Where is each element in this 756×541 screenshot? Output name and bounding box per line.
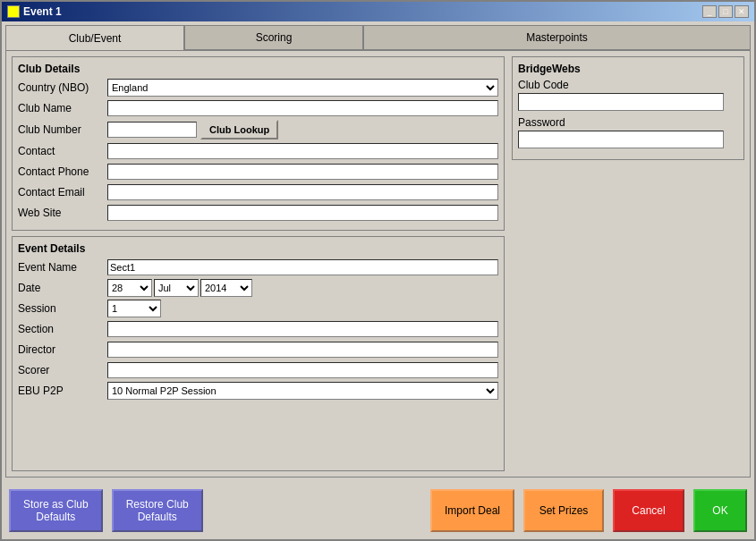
club-details-header: Club Details [18, 63, 498, 75]
country-row: Country (NBO) England [18, 79, 498, 97]
contact-input[interactable] [107, 143, 498, 159]
director-input[interactable] [107, 342, 498, 358]
country-label: Country (NBO) [18, 81, 107, 94]
contact-phone-row: Contact Phone [18, 163, 498, 181]
director-label: Director [18, 343, 107, 356]
contact-row: Contact [18, 142, 498, 160]
section-label: Section [18, 323, 107, 335]
event-name-row: Event Name [18, 258, 498, 276]
date-month-select[interactable]: Jul [154, 279, 199, 297]
contact-email-label: Contact Email [18, 186, 107, 199]
bottom-bar: Store as ClubDefaults Restore ClubDefaul… [2, 481, 754, 539]
date-day-select[interactable]: 28 [107, 279, 152, 297]
section-row: Section [18, 320, 498, 338]
tab-scoring[interactable]: Scoring [184, 25, 363, 50]
maximize-button[interactable]: □ [718, 5, 733, 18]
ebu-p2p-label: EBU P2P [18, 385, 107, 397]
session-label: Session [18, 302, 107, 315]
contact-phone-input[interactable] [107, 164, 498, 180]
club-number-row: Club Number Club Lookup [18, 120, 498, 139]
event-name-input[interactable] [107, 259, 498, 275]
close-button[interactable]: ✕ [735, 5, 749, 18]
store-defaults-button[interactable]: Store as ClubDefaults [9, 489, 103, 532]
minimize-button[interactable]: _ [702, 5, 717, 18]
contact-email-row: Contact Email [18, 183, 498, 201]
title-bar-left: Event 1 [7, 5, 62, 18]
restore-defaults-button[interactable]: Restore ClubDefaults [112, 489, 203, 532]
club-lookup-button[interactable]: Club Lookup [200, 120, 278, 139]
bridgewebs-box: BridgeWebs Club Code Password [512, 56, 744, 160]
scorer-label: Scorer [18, 364, 107, 376]
web-site-row: Web Site [18, 204, 498, 222]
contact-phone-label: Contact Phone [18, 165, 107, 178]
password-input[interactable] [518, 131, 724, 148]
ok-button[interactable]: OK [693, 489, 747, 532]
cancel-button[interactable]: Cancel [613, 489, 684, 532]
web-site-input[interactable] [107, 205, 498, 221]
club-code-label: Club Code [518, 79, 738, 91]
tab-masterpoints[interactable]: Masterpoints [363, 25, 751, 50]
date-selects: 28 Jul 2014 [107, 279, 252, 297]
window-title: Event 1 [23, 5, 62, 18]
club-name-input[interactable] [107, 100, 498, 116]
contact-label: Contact [18, 145, 107, 157]
ebu-p2p-select[interactable]: 10 Normal P2P Session [107, 382, 498, 400]
date-row: Date 28 Jul 2014 [18, 279, 498, 297]
event-details-box: Event Details Event Name Date 28 Jul [12, 236, 505, 471]
club-details-box: Club Details Country (NBO) England Club … [12, 56, 505, 231]
tab-club-event[interactable]: Club/Event [5, 25, 184, 50]
web-site-label: Web Site [18, 207, 107, 219]
title-bar-buttons: _ □ ✕ [702, 5, 749, 18]
date-year-select[interactable]: 2014 [200, 279, 252, 297]
main-panel: Club Details Country (NBO) England Club … [5, 50, 751, 478]
club-number-input[interactable] [107, 122, 197, 138]
club-number-label: Club Number [18, 123, 107, 136]
scorer-input[interactable] [107, 362, 498, 378]
director-row: Director [18, 341, 498, 359]
event-name-label: Event Name [18, 261, 107, 274]
ebu-p2p-row: EBU P2P 10 Normal P2P Session [18, 382, 498, 400]
window-icon [7, 5, 20, 18]
club-code-input[interactable] [518, 93, 724, 111]
bridgewebs-header: BridgeWebs [518, 63, 738, 75]
date-label: Date [18, 282, 107, 294]
session-row: Session 1 [18, 300, 498, 317]
session-select[interactable]: 1 [107, 300, 161, 317]
section-input[interactable] [107, 321, 498, 337]
import-deal-button[interactable]: Import Deal [430, 489, 514, 532]
country-select[interactable]: England [107, 79, 498, 97]
main-window: Event 1 _ □ ✕ Club/Event Scoring Masterp… [0, 0, 756, 541]
scorer-row: Scorer [18, 361, 498, 379]
tabs-row: Club/Event Scoring Masterpoints [5, 25, 751, 50]
event-details-header: Event Details [18, 242, 498, 255]
club-name-label: Club Name [18, 102, 107, 114]
set-prizes-button[interactable]: Set Prizes [523, 489, 604, 532]
right-panel: BridgeWebs Club Code Password [512, 56, 744, 471]
password-label: Password [518, 116, 738, 129]
club-name-row: Club Name [18, 99, 498, 117]
title-bar: Event 1 _ □ ✕ [2, 2, 754, 21]
left-panel: Club Details Country (NBO) England Club … [12, 56, 505, 471]
contact-email-input[interactable] [107, 184, 498, 200]
content-area: Club/Event Scoring Masterpoints Club Det… [2, 21, 754, 481]
